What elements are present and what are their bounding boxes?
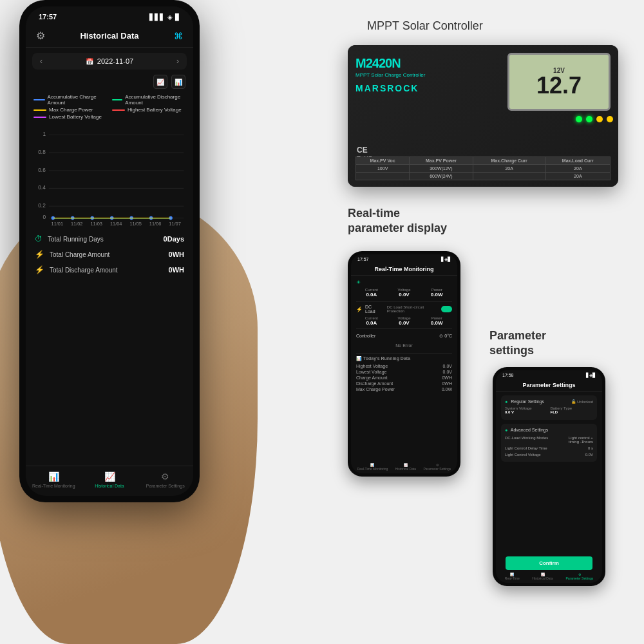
svg-text:11/04: 11/04 — [110, 221, 122, 227]
param-nav-params[interactable]: ⚙ Parameter Settings — [565, 573, 593, 580]
prev-date-arrow[interactable]: ‹ — [40, 57, 43, 66]
param-status-bar: 17:58 ▋◈▊ — [496, 370, 602, 379]
nav-historical[interactable]: 📈 Historical Data — [82, 471, 138, 488]
legend-label-2: Max Charge Power — [49, 107, 93, 113]
rt-nav-realtime-label: Real-Time Monitoring — [357, 467, 388, 471]
realtime-phone: 17:57 ▋◈▊ Real-Time Monitoring ☀ Current — [348, 251, 460, 477]
battery-type-val: FLD — [551, 410, 594, 414]
rt-dc-power-val: 0.0W — [421, 320, 452, 326]
rt-highest-v-val: 0.0V — [443, 364, 452, 368]
legend-color-4 — [33, 117, 46, 118]
adv-row-2: Light Control Voltage 0.0V — [505, 451, 593, 458]
rt-data-row-0: Highest Voltage 0.0V — [356, 363, 452, 369]
svg-text:11/02: 11/02 — [71, 221, 82, 227]
adv-label-2: Light Control Voltage — [505, 453, 541, 457]
bar-chart-btn[interactable]: 📊 — [171, 75, 185, 89]
chart-svg: 1 0.8 0.6 0.4 0.2 0 11/01 11/0 — [32, 125, 187, 228]
stat-label-2: Total Discharge Amount — [50, 267, 118, 274]
specs-header-0: Max.PV Voc — [356, 157, 410, 165]
rt-status-icons: ▋◈▊ — [441, 257, 451, 262]
adv-label-0: DC-Load Working Modes — [505, 436, 548, 444]
nav-realtime[interactable]: 📊 Real-Time Monitoring — [26, 471, 82, 488]
param-phone: 17:58 ▋◈▊ Parameter Settings ● Regular S… — [493, 367, 605, 586]
rt-dc-metrics: Current 0.0A Voltage 0.0V Power 0.0W — [356, 316, 452, 326]
nav-params[interactable]: ⚙ Parameter Settings — [137, 471, 193, 488]
led-green-1 — [576, 116, 582, 122]
rt-controller-temp: ⊙ 0°C — [439, 334, 452, 339]
stat-left-1: ⚡ Total Charge Amount — [35, 250, 109, 259]
rt-nav-realtime[interactable]: 📊 Real-Time Monitoring — [357, 463, 388, 471]
rt-pv-metrics: Current 0.0A Voltage 0.0V Power 0.0W — [356, 288, 452, 298]
mppt-model: M2420N — [355, 56, 401, 70]
param-nav-realtime-label: Real-Time — [505, 576, 520, 580]
pv-icon: ☀ — [356, 279, 361, 285]
rt-nav-historical-label: Historical Data — [395, 467, 417, 471]
sys-voltage-field: System Voltage 0.0 V — [505, 406, 548, 414]
stat-value-0: 0Days — [164, 235, 184, 243]
line-chart-btn[interactable]: 📈 — [153, 75, 167, 89]
rt-nav-historical[interactable]: 📈 Historical Data — [395, 463, 417, 471]
specs-val-0-3: 20A — [545, 165, 610, 173]
rt-power-value: 0.0W — [421, 292, 452, 298]
confirm-button[interactable]: Confirm — [506, 556, 592, 570]
chart-type-icons: 📈 📊 — [26, 75, 193, 91]
rt-toggle[interactable] — [441, 306, 452, 312]
next-date-arrow[interactable]: › — [176, 57, 179, 66]
param-time: 17:58 — [502, 373, 514, 378]
specs-val-1-1: 600W(24V) — [410, 173, 473, 180]
stat-row-0: ⏱ Total Running Days 0Days — [35, 234, 184, 243]
specs-val-0-2: 20A — [473, 165, 545, 173]
date-value: 2022-11-07 — [97, 57, 133, 65]
rt-status-bar: 17:57 ▋◈▊ — [351, 254, 457, 263]
svg-text:0.6: 0.6 — [38, 167, 46, 173]
rt-lowest-v-val: 0.0V — [443, 370, 452, 374]
sys-voltage-val: 0.0 V — [505, 410, 548, 414]
param-bottom-nav: 📊 Real-Time 📈 Historical Data ⚙ Paramete… — [498, 573, 600, 580]
mppt-device: M2420N MPPT Solar Charge Controller MARS… — [348, 45, 618, 187]
rt-dc-voltage-val: 0.0V — [389, 320, 420, 326]
signal-icon: ▋▋▋ — [149, 14, 165, 21]
rt-charge-label: Charge Amount — [356, 375, 388, 380]
stat-label-0: Total Running Days — [48, 236, 104, 243]
svg-text:11/05: 11/05 — [129, 221, 141, 227]
status-icons: ▋▋▋ ◈ ▊ — [149, 14, 180, 21]
right-section: MPPT Solar Controller M2420N MPPT Solar … — [328, 0, 644, 644]
led-green-2 — [586, 116, 592, 122]
app-title: Historical Data — [80, 31, 138, 41]
main-phone: 17:57 ▋▋▋ ◈ ▊ ⚙ Historical Data ⌘ ‹ 📅 20… — [19, 0, 200, 502]
rt-pv-header: ☀ — [356, 279, 452, 285]
rt-no-error: No Error — [356, 341, 452, 350]
calendar-icon: 📅 — [86, 58, 93, 65]
historical-nav-icon: 📈 — [104, 471, 115, 482]
specs-val-1-0 — [356, 173, 410, 180]
date-picker[interactable]: ‹ 📅 2022-11-07 › — [32, 53, 187, 70]
param-nav-realtime[interactable]: 📊 Real-Time — [505, 573, 520, 580]
rt-dc-load-section: ⚡ DC Load DC Load Short-circuit Protecti… — [356, 305, 452, 314]
settings-icon[interactable]: ⚙ — [36, 30, 45, 42]
rt-screen: 17:57 ▋◈▊ Real-Time Monitoring ☀ Current — [351, 254, 457, 473]
legend-item-0: Accumulative Charge Amount — [33, 94, 107, 106]
discharge-icon: ⚡ — [35, 265, 44, 274]
svg-text:0.2: 0.2 — [38, 202, 46, 209]
mppt-voltage-value: 12.7 — [536, 74, 582, 97]
params-nav-icon: ⚙ — [161, 471, 169, 482]
nav-params-label: Parameter Settings — [146, 484, 185, 488]
svg-text:0.4: 0.4 — [38, 184, 46, 191]
rt-nav-params[interactable]: ⚙ Parameter Settings — [423, 463, 451, 471]
specs-val-1-2 — [473, 173, 545, 180]
stat-row-1: ⚡ Total Charge Amount 0WH — [35, 250, 184, 259]
rt-time: 17:57 — [357, 257, 369, 262]
realtime-nav-icon: 📊 — [48, 471, 59, 482]
stat-value-1: 0WH — [169, 251, 184, 258]
rt-power: Power 0.0W — [421, 288, 452, 298]
rt-highest-v-label: Highest Voltage — [356, 364, 388, 368]
legend-color-2 — [33, 109, 46, 111]
param-nav-historical[interactable]: 📈 Historical Data — [532, 573, 553, 580]
rt-voltage: Voltage 0.0V — [389, 288, 420, 298]
bluetooth-header-icon[interactable]: ⌘ — [174, 31, 183, 41]
unlock-status: 🔓 Unlocked — [571, 399, 593, 404]
specs-header-2: Max.Charge Curr — [473, 157, 545, 165]
legend-color-3 — [112, 109, 125, 111]
status-time: 17:57 — [39, 13, 57, 21]
legend-item-2: Max Charge Power — [33, 107, 107, 113]
